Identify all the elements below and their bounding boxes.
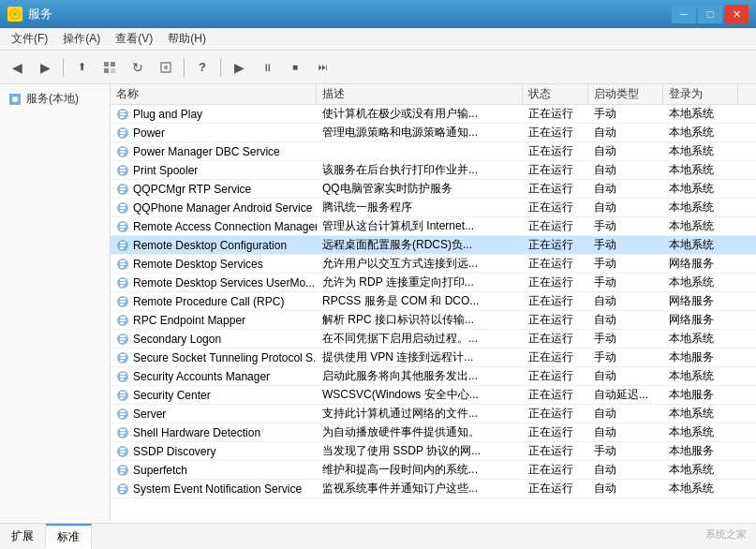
header-startup[interactable]: 启动类型	[588, 84, 663, 104]
header-login[interactable]: 登录为	[663, 84, 738, 104]
table-row[interactable]: RPC Endpoint Mapper解析 RPC 接口标识符以传输...正在运…	[111, 311, 756, 330]
header-name[interactable]: 名称	[111, 84, 317, 104]
menu-file[interactable]: 文件(F)	[4, 29, 55, 49]
table-row[interactable]: Shell Hardware Detection为自动播放硬件事件提供通知。正在…	[111, 423, 756, 442]
table-body[interactable]: Plug and Play使计算机在极少或没有用户输...正在运行手动本地系统P…	[111, 105, 756, 523]
cell-login: 本地系统	[663, 105, 738, 123]
menu-help[interactable]: 帮助(H)	[160, 29, 214, 49]
table-row[interactable]: Security CenterWSCSVC(Windows 安全中心...正在运…	[111, 386, 756, 405]
svg-rect-16	[120, 129, 126, 131]
svg-rect-45	[120, 263, 126, 265]
svg-rect-6	[161, 63, 170, 72]
table-row[interactable]: Secure Socket Tunneling Protocol S...提供使…	[111, 349, 756, 367]
svg-rect-5	[111, 68, 115, 73]
svg-rect-77	[120, 413, 126, 415]
show-hide-button[interactable]	[96, 54, 123, 81]
table-row[interactable]: QQPCMgr RTP ServiceQQ电脑管家实时防护服务正在运行自动本地系…	[111, 180, 756, 199]
cell-startup: 自动	[588, 292, 663, 310]
table-row[interactable]: Plug and Play使计算机在极少或没有用户输...正在运行手动本地系统	[111, 105, 756, 124]
cell-desc: 在不同凭据下启用启动过程。...	[317, 330, 523, 348]
svg-rect-2	[104, 62, 109, 67]
menu-view[interactable]: 查看(V)	[108, 29, 160, 49]
back-button[interactable]: ◀	[4, 54, 30, 81]
refresh-button[interactable]: ↻	[125, 54, 151, 81]
restart-button[interactable]: ⏭	[310, 54, 336, 81]
cell-name: QQPhone Manager Android Service	[111, 199, 317, 216]
table-row[interactable]: Remote Access Connection Manager管理从这台计算机…	[111, 217, 756, 236]
service-name-text: Power Manager DBC Service	[133, 145, 280, 158]
table-row[interactable]: Remote Procedure Call (RPC)RPCSS 服务是 COM…	[111, 292, 756, 311]
service-icon	[116, 445, 129, 458]
svg-rect-32	[120, 204, 126, 206]
tab-standard[interactable]: 标准	[46, 524, 92, 549]
cell-startup: 手动	[588, 236, 663, 254]
cell-startup: 手动	[588, 274, 663, 291]
table-row[interactable]: Remote Desktop Services UserMo...允许为 RDP…	[111, 274, 756, 292]
cell-login: 本地系统	[663, 367, 738, 385]
svg-point-1	[13, 12, 17, 16]
pause-button[interactable]: ⏸	[254, 54, 280, 81]
cell-name: Security Accounts Manager	[111, 367, 317, 385]
table-row[interactable]: Security Accounts Manager启动此服务将向其他服务发出..…	[111, 367, 756, 386]
minimize-button[interactable]: ─	[672, 5, 696, 23]
service-name-text: Security Center	[133, 389, 211, 402]
svg-rect-30	[120, 191, 124, 193]
tab-expand[interactable]: 扩展	[0, 525, 46, 548]
header-desc[interactable]: 描述	[317, 84, 523, 104]
table-row[interactable]: Power管理电源策略和电源策略通知...正在运行自动本地系统	[111, 124, 756, 142]
cell-startup: 自动	[588, 124, 663, 141]
cell-startup: 自动	[588, 423, 663, 441]
cell-name: Remote Desktop Configuration	[111, 236, 317, 254]
cell-desc: QQ电脑管家实时防护服务	[317, 180, 523, 198]
table-row[interactable]: Remote Desktop Configuration远程桌面配置服务(RDC…	[111, 236, 756, 255]
svg-rect-73	[120, 394, 126, 396]
table-row[interactable]: Print Spooler该服务在后台执行打印作业并...正在运行自动本地系统	[111, 161, 756, 180]
svg-rect-29	[120, 188, 126, 190]
cell-login: 网络服务	[663, 292, 738, 310]
cell-name: QQPCMgr RTP Service	[111, 180, 317, 198]
service-icon	[116, 201, 129, 215]
table-row[interactable]: SSDP Discovery当发现了使用 SSDP 协议的网...正在运行手动本…	[111, 442, 756, 461]
header-status[interactable]: 状态	[523, 84, 588, 104]
cell-desc: 维护和提高一段时间内的系统...	[317, 461, 523, 479]
table-row[interactable]: Server支持此计算机通过网络的文件...正在运行自动本地系统	[111, 405, 756, 423]
svg-rect-90	[120, 472, 124, 474]
cell-login: 本地系统	[663, 161, 738, 179]
title-bar-left: 服务	[7, 6, 52, 22]
table-row[interactable]: Superfetch维护和提高一段时间内的系统...正在运行自动本地系统	[111, 461, 756, 480]
svg-rect-61	[120, 338, 126, 340]
toolbar: ◀ ▶ ⬆ ↻ ? ▶ ⏸ ■ ⏭	[0, 51, 756, 84]
up-button[interactable]: ⬆	[68, 54, 95, 81]
svg-rect-17	[120, 132, 126, 134]
svg-rect-57	[120, 319, 126, 321]
table-row[interactable]: QQPhone Manager Android Service腾讯统一服务程序正…	[111, 199, 756, 217]
cell-startup: 自动	[588, 311, 663, 329]
service-name-text: Power	[133, 126, 165, 140]
svg-rect-94	[120, 491, 124, 493]
cell-name: Remote Desktop Services	[111, 255, 317, 273]
table-row[interactable]: System Event Notification Service监视系统事件并…	[111, 480, 756, 498]
forward-button[interactable]: ▶	[32, 54, 58, 81]
table-row[interactable]: Secondary Logon在不同凭据下启用启动过程。...正在运行手动本地系…	[111, 330, 756, 349]
cell-status: 正在运行	[523, 367, 588, 385]
help-button[interactable]: ?	[189, 54, 215, 81]
toolbar-separator-3	[220, 58, 221, 77]
cell-status: 正在运行	[523, 349, 588, 366]
svg-rect-48	[120, 279, 126, 281]
sidebar-item-local[interactable]: 服务(本地)	[4, 88, 106, 110]
menu-action[interactable]: 操作(A)	[55, 29, 108, 49]
close-button[interactable]: ✕	[724, 5, 749, 23]
svg-rect-85	[120, 451, 126, 453]
svg-rect-54	[120, 304, 124, 305]
svg-rect-92	[120, 485, 126, 487]
export-button[interactable]	[153, 54, 179, 81]
table-row[interactable]: Remote Desktop Services允许用户以交互方式连接到远...正…	[111, 255, 756, 274]
svg-rect-49	[120, 282, 126, 284]
maximize-button[interactable]: □	[698, 5, 722, 23]
svg-rect-76	[120, 410, 126, 412]
play-button[interactable]: ▶	[226, 54, 252, 81]
table-row[interactable]: Power Manager DBC Service正在运行自动本地系统	[111, 142, 756, 161]
svg-rect-34	[120, 210, 124, 212]
cell-desc: 为自动播放硬件事件提供通知。	[317, 423, 523, 441]
stop-button[interactable]: ■	[282, 54, 308, 81]
